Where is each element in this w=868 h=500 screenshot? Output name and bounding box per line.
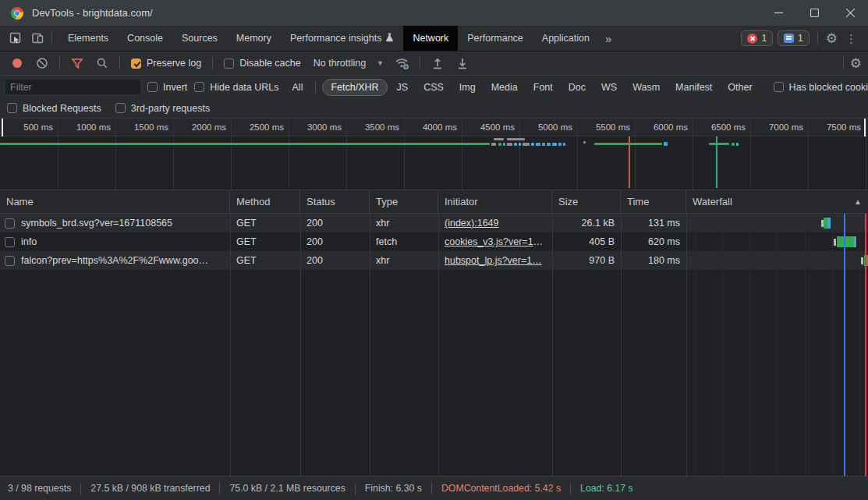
tab-label: Network bbox=[413, 33, 448, 44]
column-header-waterfall[interactable]: Waterfall▲ bbox=[686, 190, 868, 213]
divider bbox=[817, 32, 818, 44]
waterfall-bar bbox=[837, 236, 854, 247]
request-initiator-cell: hubspot_lp.js?ver=1… bbox=[438, 255, 552, 266]
checkbox-icon bbox=[147, 82, 158, 92]
tab-console[interactable]: Console bbox=[118, 26, 172, 51]
initiator-link[interactable]: hubspot_lp.js?ver=1… bbox=[445, 255, 542, 266]
timeline-activity-mark bbox=[523, 143, 530, 146]
timeline-handle[interactable] bbox=[2, 119, 3, 137]
device-toolbar-icon[interactable] bbox=[27, 28, 48, 48]
table-row[interactable]: symbols_brd.svg?ver=1671108565GET200xhr(… bbox=[0, 214, 868, 232]
column-header-size[interactable]: Size bbox=[552, 190, 621, 213]
waterfall-bar bbox=[827, 218, 831, 229]
column-header-label: Type bbox=[376, 196, 398, 207]
network-toolbar: Preserve log Disable cache No throttling… bbox=[0, 51, 868, 76]
column-header-initiator[interactable]: Initiator bbox=[438, 190, 552, 213]
tab-application[interactable]: Application bbox=[533, 26, 599, 51]
table-row[interactable]: falcon?prev=https%3A%2F%2Fwww.goo…GET200… bbox=[0, 251, 868, 270]
error-icon bbox=[747, 34, 757, 44]
flask-icon bbox=[385, 33, 394, 44]
blocked-requests-checkbox[interactable]: Blocked Requests bbox=[7, 103, 101, 114]
tab-label: Sources bbox=[182, 33, 218, 44]
request-initiator-cell: cookies_v3.js?ver=16… bbox=[438, 236, 552, 247]
tab-network[interactable]: Network bbox=[403, 26, 458, 51]
filter-bar: Invert Hide data URLs AllFetch/XHRJSCSSI… bbox=[0, 76, 868, 98]
network-conditions-icon[interactable] bbox=[391, 53, 413, 73]
type-filter-all[interactable]: All bbox=[286, 79, 310, 96]
error-count: 1 bbox=[761, 33, 767, 44]
timeline-tick-label: 6000 ms bbox=[627, 122, 688, 132]
tab-elements[interactable]: Elements bbox=[58, 26, 118, 51]
issues-badge[interactable]: 1 bbox=[778, 30, 810, 46]
column-header-status[interactable]: Status bbox=[300, 190, 370, 213]
type-filter-media[interactable]: Media bbox=[485, 79, 524, 96]
row-checkbox[interactable] bbox=[5, 256, 15, 266]
timeline-activity-mark bbox=[514, 143, 517, 146]
type-filter-wasm[interactable]: Wasm bbox=[626, 79, 666, 96]
maximize-icon[interactable] bbox=[796, 0, 832, 26]
export-har-icon[interactable] bbox=[452, 53, 473, 73]
kebab-menu-icon[interactable]: ⋮ bbox=[842, 33, 860, 44]
timeline-event-line bbox=[716, 137, 717, 188]
type-filter-css[interactable]: CSS bbox=[417, 79, 450, 96]
type-filter-js[interactable]: JS bbox=[391, 79, 415, 96]
has-blocked-cookies-checkbox[interactable]: Has blocked cookies bbox=[774, 82, 868, 93]
row-checkbox[interactable] bbox=[5, 218, 15, 229]
hide-data-urls-checkbox[interactable]: Hide data URLs bbox=[194, 82, 278, 93]
status-bar: 3 / 98 requests27.5 kB / 908 kB transfer… bbox=[0, 476, 868, 500]
timeline-activity-mark bbox=[732, 143, 735, 146]
request-name-cell: falcon?prev=https%3A%2F%2Fwww.goo… bbox=[0, 255, 230, 266]
settings-gear-icon[interactable]: ⚙ bbox=[826, 32, 838, 45]
timeline-activity-mark bbox=[558, 143, 562, 146]
minimize-icon[interactable] bbox=[760, 0, 796, 26]
clear-network-log-icon[interactable] bbox=[31, 53, 53, 73]
table-row[interactable]: infoGET200fetchcookies_v3.js?ver=16…405 … bbox=[0, 232, 868, 251]
close-icon[interactable] bbox=[832, 0, 868, 26]
column-header-time[interactable]: Time bbox=[621, 190, 686, 213]
timeline-tick-label: 2500 ms bbox=[223, 122, 284, 132]
initiator-link[interactable]: cookies_v3.js?ver=16… bbox=[445, 236, 548, 247]
status-item: 75.0 kB / 2.1 MB resources bbox=[229, 483, 345, 494]
row-checkbox[interactable] bbox=[5, 237, 15, 247]
throttling-dropdown[interactable]: No throttling ▼ bbox=[309, 58, 388, 69]
column-header-method[interactable]: Method bbox=[230, 190, 300, 213]
record-network-log-icon[interactable] bbox=[12, 59, 22, 68]
timeline-activity-mark bbox=[583, 141, 586, 144]
status-load: Load: 6.17 s bbox=[580, 483, 633, 494]
more-tabs-icon[interactable]: » bbox=[599, 32, 618, 45]
import-har-icon[interactable] bbox=[427, 53, 448, 73]
tab-performance[interactable]: Performance bbox=[458, 26, 533, 51]
request-name: info bbox=[21, 236, 37, 247]
tab-memory[interactable]: Memory bbox=[227, 26, 281, 51]
type-filter-doc[interactable]: Doc bbox=[562, 79, 592, 96]
preserve-log-checkbox[interactable]: Preserve log bbox=[126, 58, 206, 69]
tab-sources[interactable]: Sources bbox=[172, 26, 227, 51]
waterfall-cell bbox=[686, 232, 868, 251]
disable-cache-checkbox[interactable]: Disable cache bbox=[219, 58, 306, 69]
invert-checkbox[interactable]: Invert bbox=[147, 82, 187, 93]
network-settings-gear-icon[interactable]: ⚙ bbox=[850, 57, 862, 70]
type-filter-ws[interactable]: WS bbox=[595, 79, 623, 96]
filter-funnel-icon[interactable] bbox=[66, 53, 88, 73]
type-filter-fetch-xhr[interactable]: Fetch/XHR bbox=[322, 79, 387, 96]
divider bbox=[420, 57, 420, 69]
checkbox-checked-icon bbox=[131, 59, 141, 69]
type-filter-other[interactable]: Other bbox=[721, 79, 758, 96]
timeline-handle[interactable] bbox=[864, 119, 866, 137]
chrome-logo-icon bbox=[11, 7, 23, 20]
network-overview-timeline[interactable]: 500 ms1000 ms1500 ms2000 ms2500 ms3000 m… bbox=[0, 119, 868, 190]
request-size-cell: 26.1 kB bbox=[552, 218, 621, 229]
type-filter-font[interactable]: Font bbox=[527, 79, 559, 96]
column-header-type[interactable]: Type bbox=[370, 190, 438, 213]
search-icon[interactable] bbox=[91, 53, 113, 73]
type-filter-manifest[interactable]: Manifest bbox=[669, 79, 718, 96]
column-header-name[interactable]: Name bbox=[0, 190, 230, 213]
divider bbox=[315, 81, 316, 94]
third-party-requests-checkbox[interactable]: 3rd-party requests bbox=[115, 103, 210, 114]
filter-input[interactable] bbox=[5, 80, 140, 94]
error-badge[interactable]: 1 bbox=[741, 30, 773, 46]
type-filter-img[interactable]: Img bbox=[453, 79, 482, 96]
tab-performance-insights[interactable]: Performance insights bbox=[281, 26, 403, 51]
initiator-link[interactable]: (index):1649 bbox=[445, 218, 499, 229]
inspect-element-icon[interactable] bbox=[5, 28, 27, 48]
